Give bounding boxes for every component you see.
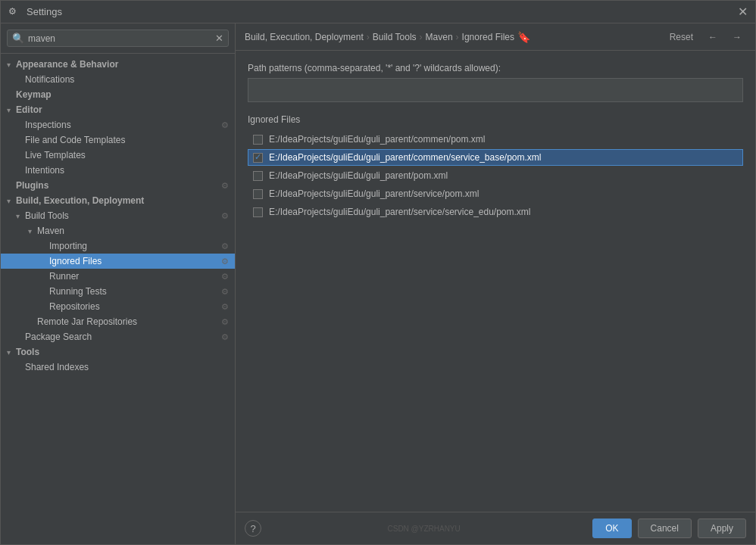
sidebar-item-running-tests[interactable]: Running Tests ⚙ [1,284,235,299]
breadcrumb-sep-2: › [420,32,423,42]
path-patterns-label: Path patterns (comma-separated, '*' and … [248,63,743,73]
search-wrapper: 🔍 ✕ [7,30,229,47]
file-path: E:/IdeaProjects/guliEdu/guli_parent/comm… [269,152,542,163]
expand-arrow: ▾ [7,197,16,205]
sidebar-item-file-code-templates[interactable]: File and Code Templates [1,132,235,148]
expand-arrow: ▾ [7,61,16,69]
ok-button[interactable]: OK [592,519,631,538]
gear-icon: ⚙ [221,302,229,312]
file-item[interactable]: E:/IdeaProjects/guliEdu/guli_parent/comm… [248,131,743,148]
file-checkbox[interactable] [253,153,263,163]
sidebar-item-label: Live Templates [25,150,229,160]
help-button[interactable]: ? [245,520,261,537]
breadcrumb-sep-3: › [456,32,459,42]
nav-forward-button[interactable]: → [728,30,746,44]
file-checkbox[interactable] [253,207,263,217]
gear-icon: ⚙ [221,211,229,221]
file-item[interactable]: E:/IdeaProjects/guliEdu/guli_parent/serv… [248,185,743,202]
file-checkbox[interactable] [253,171,263,181]
breadcrumb-actions: Reset ← → [665,30,746,44]
expand-arrow: ▾ [28,227,37,235]
sidebar-item-importing[interactable]: Importing ⚙ [1,238,235,254]
sidebar-item-label: Repositories [49,301,218,312]
settings-tree: ▾ Appearance & Behavior Notifications Ke… [1,54,235,544]
sidebar-item-remote-jar-repos[interactable]: Remote Jar Repositories ⚙ [1,314,235,329]
bottom-right: OK Cancel Apply [592,519,746,538]
sidebar-item-tools[interactable]: ▾ Tools [1,344,235,360]
breadcrumb: Build, Execution, Deployment › Build Too… [236,23,755,51]
search-box: 🔍 ✕ [1,23,235,54]
sidebar-item-build-tools[interactable]: ▾ Build Tools ⚙ [1,208,235,223]
sidebar-item-label: Build, Execution, Deployment [16,195,229,206]
gear-icon: ⚙ [221,120,229,130]
expand-arrow: ▾ [7,348,16,357]
settings-window: ⚙ Settings ✕ 🔍 ✕ ▾ Appearance & Behavior [0,0,756,545]
search-clear-icon[interactable]: ✕ [215,33,223,44]
sidebar-item-notifications[interactable]: Notifications [1,72,235,87]
sidebar-item-label: Intentions [25,165,229,176]
gear-icon: ⚙ [221,181,229,191]
sidebar-item-maven[interactable]: ▾ Maven [1,223,235,238]
sidebar-item-label: Plugins [16,180,218,191]
main-content: 🔍 ✕ ▾ Appearance & Behavior Notification… [1,23,755,544]
breadcrumb-part-4: Ignored Files [462,32,514,42]
sidebar-item-package-search[interactable]: Package Search ⚙ [1,329,235,344]
bookmark-icon: 🔖 [517,31,530,43]
file-item[interactable]: E:/IdeaProjects/guliEdu/guli_parent/comm… [248,149,743,166]
close-button[interactable]: ✕ [738,5,748,19]
sidebar-item-plugins[interactable]: Plugins ⚙ [1,178,235,193]
file-item[interactable]: E:/IdeaProjects/guliEdu/guli_parent/serv… [248,204,743,220]
sidebar-item-keymap[interactable]: Keymap [1,87,235,102]
sidebar-item-live-templates[interactable]: Live Templates [1,148,235,163]
sidebar-item-label: Shared Indexes [25,362,229,372]
sidebar-item-inspections[interactable]: Inspections ⚙ [1,117,235,132]
file-checkbox[interactable] [253,135,263,145]
breadcrumb-part-1: Build, Execution, Deployment [245,32,364,42]
watermark: CSDN @YZRHANYU [387,523,466,534]
sidebar-item-shared-indexes[interactable]: Shared Indexes [1,360,235,375]
file-path: E:/IdeaProjects/guliEdu/guli_parent/serv… [269,188,479,199]
sidebar-item-label: Keymap [16,89,229,100]
sidebar: 🔍 ✕ ▾ Appearance & Behavior Notification… [1,23,236,544]
right-panel: Build, Execution, Deployment › Build Too… [236,23,755,544]
cancel-button[interactable]: Cancel [638,519,692,538]
sidebar-item-ignored-files[interactable]: Ignored Files ⚙ [1,254,235,269]
sidebar-item-appearance-behavior[interactable]: ▾ Appearance & Behavior [1,57,235,72]
sidebar-item-label: File and Code Templates [25,135,229,145]
sidebar-item-label: Maven [37,226,229,236]
file-checkbox[interactable] [253,189,263,199]
gear-icon: ⚙ [221,332,229,342]
sidebar-item-editor[interactable]: ▾ Editor [1,102,235,117]
expand-arrow: ▾ [16,212,25,220]
search-input[interactable] [28,33,215,44]
sidebar-item-label: Tools [16,347,229,357]
gear-icon: ⚙ [221,272,229,282]
breadcrumb-part-2: Build Tools [373,32,417,42]
sidebar-item-intentions[interactable]: Intentions [1,163,235,178]
sidebar-item-label: Package Search [25,332,218,342]
gear-icon: ⚙ [221,287,229,297]
sidebar-item-label: Notifications [25,74,229,85]
sidebar-item-runner[interactable]: Runner ⚙ [1,269,235,284]
file-list: E:/IdeaProjects/guliEdu/guli_parent/comm… [248,131,743,220]
file-path: E:/IdeaProjects/guliEdu/guli_parent/pom.… [269,170,448,181]
ignored-files-label: Ignored Files [248,114,743,125]
title-bar-left: ⚙ Settings [8,6,62,18]
sidebar-item-repositories[interactable]: Repositories ⚙ [1,299,235,314]
reset-button[interactable]: Reset [665,30,698,44]
app-icon: ⚙ [8,6,20,18]
bottom-left: ? [245,520,261,537]
sidebar-item-label: Ignored Files [49,256,218,266]
path-patterns-input[interactable] [248,78,743,102]
file-item[interactable]: E:/IdeaProjects/guliEdu/guli_parent/pom.… [248,167,743,184]
sidebar-item-label: Build Tools [25,210,218,221]
sidebar-item-build-execution-deployment[interactable]: ▾ Build, Execution, Deployment [1,193,235,208]
apply-button[interactable]: Apply [698,519,746,538]
sidebar-item-label: Inspections [25,120,218,130]
gear-icon: ⚙ [221,241,229,251]
window-title: Settings [27,6,62,17]
gear-icon: ⚙ [221,317,229,327]
sidebar-item-label: Remote Jar Repositories [37,316,218,327]
nav-back-button[interactable]: ← [704,30,722,44]
sidebar-item-label: Editor [16,104,229,115]
